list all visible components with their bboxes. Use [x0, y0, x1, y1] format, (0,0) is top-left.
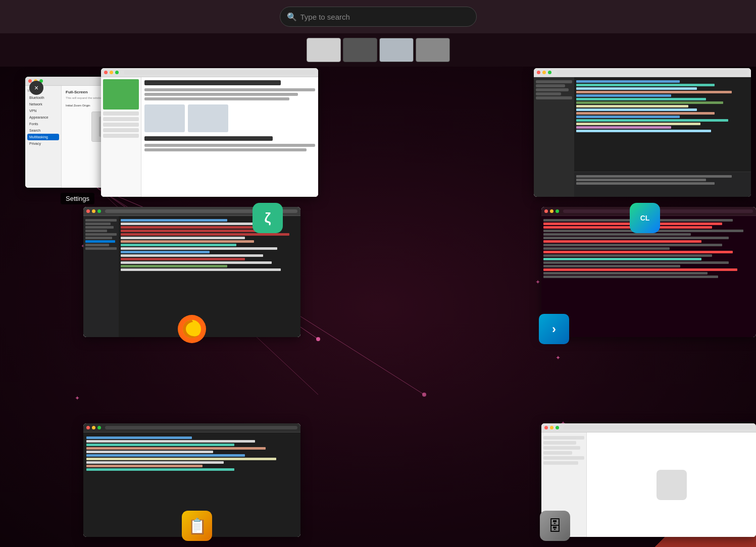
code-line-1 — [576, 80, 680, 83]
vscode-code-9 — [121, 254, 263, 257]
browser1-nav-item-5 — [103, 134, 139, 138]
main-content: ✦ ✦ ✦ ✦ ✦ ✦ ✦ ✦ ✦ × Settings Wi-Fi Bluet… — [0, 67, 756, 547]
terminal-close-dot — [544, 209, 548, 213]
settings-item-network[interactable]: Network — [27, 101, 59, 107]
svg-point-7 — [316, 337, 320, 341]
vscode-code-7 — [121, 247, 277, 250]
browser1-content — [141, 77, 318, 197]
svg-point-8 — [422, 393, 426, 397]
browser-window-1-body — [101, 77, 318, 197]
search-input[interactable] — [280, 7, 477, 27]
vscode-file-7 — [85, 244, 109, 246]
settings-item-bluetooth[interactable]: Bluetooth — [27, 94, 59, 101]
code-editor-window[interactable] — [534, 68, 751, 197]
search-icon: 🔍 — [287, 12, 297, 22]
browser1-subtitle — [144, 136, 273, 141]
term-line-10 — [543, 272, 708, 275]
top-bar: 🔍 — [0, 0, 756, 33]
vscode-code-1 — [121, 219, 227, 222]
powershell-app-icon[interactable]: › — [539, 314, 569, 344]
vscode-code-4 — [121, 237, 245, 239]
settings-item-vpn[interactable]: VPN — [27, 107, 59, 114]
firefox-app-icon[interactable] — [177, 314, 207, 344]
filetree-item-2 — [536, 84, 565, 87]
clion-app-icon[interactable]: CL — [630, 203, 660, 233]
close-button[interactable]: × — [29, 81, 43, 95]
browser1-close-dot — [104, 71, 108, 74]
term-error-line-3 — [543, 240, 701, 243]
term-line-7 — [543, 254, 712, 257]
settings-item-fonts[interactable]: Fonts — [27, 121, 59, 127]
term-line-11 — [543, 276, 718, 278]
file-manager-window[interactable] — [541, 423, 756, 537]
cbl-line-10 — [86, 468, 234, 471]
file-sidebar-item-6 — [543, 461, 578, 465]
code-line-4 — [576, 91, 732, 93]
browser1-image-2 — [188, 104, 228, 132]
filetree-item-5 — [536, 96, 572, 99]
code-line-9 — [576, 108, 697, 111]
term-error-line-5 — [543, 268, 737, 271]
term-success-line — [543, 258, 701, 260]
code-line-7 — [576, 101, 723, 104]
file-manager-content — [587, 432, 756, 537]
vscode-file-8 — [85, 247, 117, 250]
cbl-line-2 — [86, 440, 255, 443]
browser1-content-line-2 — [144, 93, 298, 96]
files-app-icon[interactable]: 🗄 — [540, 511, 570, 541]
vscode-code-6 — [121, 244, 236, 246]
file-sidebar-item-2 — [543, 441, 576, 445]
browser-window-1-header — [101, 68, 318, 77]
clion-icon-text: CL — [640, 214, 650, 222]
term-line-4 — [543, 237, 729, 239]
browser1-image-1 — [144, 104, 185, 132]
cbl-line-5 — [86, 451, 213, 453]
workspace-thumb-1[interactable] — [307, 38, 341, 62]
debug-line-3 — [576, 182, 715, 185]
workspace-thumb-3[interactable] — [379, 38, 414, 62]
browser1-images-row — [144, 104, 315, 132]
vscode-file-1 — [85, 219, 117, 222]
zeta-app-icon[interactable]: ζ — [253, 203, 283, 233]
file-sidebar-item-1 — [543, 436, 584, 440]
firefox-icon — [177, 314, 207, 344]
browser1-address-bar[interactable] — [124, 71, 315, 75]
settings-item-search[interactable]: Search — [27, 127, 59, 134]
code-editor-filetree — [534, 77, 574, 197]
workspace-thumb-2[interactable] — [343, 38, 377, 62]
code-editor-close-dot — [537, 71, 540, 74]
settings-item-appearance[interactable]: Appearance — [27, 114, 59, 121]
settings-item-multitasking[interactable]: Multitasking — [27, 134, 59, 140]
code-bl-toolbar — [105, 426, 297, 429]
code-editor-maximize-dot — [548, 71, 551, 74]
browser1-content-line-4 — [144, 144, 315, 147]
code-line-5 — [576, 94, 671, 97]
vscode-file-active — [85, 240, 115, 243]
vscode-code-13 — [121, 268, 281, 271]
vscode-code-10 — [121, 258, 245, 260]
terminal-minimize-dot — [550, 209, 553, 213]
settings-tooltip: Settings — [61, 193, 94, 204]
workspace-thumb-4[interactable] — [416, 38, 450, 62]
code-bl-minimize-dot — [92, 426, 95, 429]
notes-app-icon[interactable]: 📋 — [182, 511, 212, 541]
code-line-2 — [576, 84, 715, 86]
term-line-8 — [543, 261, 729, 264]
vscode-code-error-2 — [121, 230, 272, 232]
browser1-title-line — [144, 80, 281, 85]
sparkle-7: ✦ — [556, 354, 561, 361]
notes-icon: 📋 — [188, 517, 207, 535]
vscode-code-5 — [121, 240, 254, 243]
browser-window-workspaces[interactable] — [101, 68, 318, 197]
code-line-8 — [576, 105, 688, 107]
browser1-content-line-5 — [144, 148, 307, 151]
term-line-3 — [543, 233, 691, 236]
vscode-code-error-3 — [121, 233, 289, 236]
browser1-nav-item-3 — [103, 123, 139, 127]
powershell-icon-text: › — [552, 322, 556, 336]
settings-item-privacy[interactable]: Privacy — [27, 140, 59, 147]
file-manager-body — [541, 432, 756, 537]
code-editor-body — [534, 77, 751, 197]
filetree-item-3 — [536, 88, 569, 91]
code-editor-header — [534, 68, 751, 77]
